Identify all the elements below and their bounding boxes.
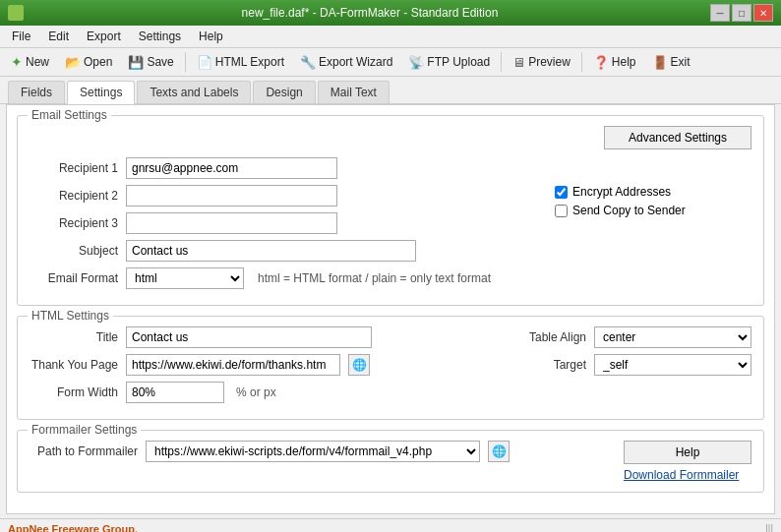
- html-title-label: Title: [30, 330, 118, 344]
- send-copy-checkbox[interactable]: [555, 205, 568, 217]
- save-button[interactable]: 💾 Save: [121, 52, 180, 73]
- target-row: Target _self _blank _top _parent: [508, 354, 751, 376]
- preview-button[interactable]: 🖥 Preview: [506, 52, 577, 73]
- recipient1-row: Recipient 1: [30, 157, 535, 179]
- tab-texts-labels[interactable]: Texts and Labels: [137, 81, 251, 103]
- target-select[interactable]: _self _blank _top _parent: [594, 354, 751, 376]
- encrypt-addresses-checkbox[interactable]: [555, 186, 568, 199]
- path-label: Path to Formmailer: [30, 444, 138, 458]
- menu-export[interactable]: Export: [79, 28, 129, 45]
- help-icon: ❓: [593, 55, 609, 70]
- subject-label: Subject: [30, 244, 118, 258]
- formmailer-settings-section: Formmailer Settings Path to Formmailer h…: [17, 430, 764, 493]
- form-width-input[interactable]: [126, 382, 224, 403]
- form-width-row: Form Width % or px: [30, 382, 488, 403]
- close-button[interactable]: ✕: [753, 4, 773, 22]
- main-content: Email Settings Advanced Settings Recipie…: [6, 104, 775, 514]
- minimize-button[interactable]: ─: [710, 4, 730, 22]
- html-export-icon: 📄: [197, 55, 212, 70]
- recipient3-input[interactable]: [126, 212, 337, 234]
- html-title-row: Title: [30, 326, 488, 348]
- tabs-bar: Fields Settings Texts and Labels Design …: [0, 77, 781, 104]
- status-text: AppNee Freeware Group.: [8, 523, 138, 533]
- encrypt-addresses-row: Encrypt Addresses: [555, 185, 751, 199]
- menu-help[interactable]: Help: [191, 28, 231, 45]
- toolbar: ✦ New 📂 Open 💾 Save 📄 HTML Export 🔧 Expo…: [0, 48, 781, 77]
- toolbar-separator-2: [501, 52, 502, 72]
- app-icon: [8, 5, 24, 21]
- menubar: File Edit Export Settings Help: [0, 26, 781, 48]
- ftp-upload-button[interactable]: 📡 FTP Upload: [401, 52, 497, 73]
- open-button[interactable]: 📂 Open: [58, 52, 119, 73]
- target-label: Target: [508, 358, 586, 372]
- formmailer-settings-title: Formmailer Settings: [28, 423, 141, 437]
- subject-row: Subject: [30, 240, 535, 262]
- send-copy-row: Send Copy to Sender: [555, 204, 751, 217]
- status-right: |||: [765, 523, 773, 532]
- title-bar: new_file.daf* - DA-FormMaker - Standard …: [0, 0, 781, 26]
- download-formmailer-link[interactable]: Download Formmailer: [624, 468, 739, 482]
- send-copy-label: Send Copy to Sender: [572, 204, 686, 217]
- thank-you-row: Thank You Page 🌐: [30, 354, 488, 376]
- path-to-formmailer-row: Path to Formmailer https://www.ekiwi-scr…: [30, 441, 614, 462]
- export-wizard-button[interactable]: 🔧 Export Wizard: [293, 52, 399, 73]
- toolbar-separator: [185, 52, 186, 72]
- formmailer-path-select[interactable]: https://www.ekiwi-scripts.de/form/v4/for…: [146, 441, 480, 462]
- html-title-input[interactable]: [126, 326, 372, 348]
- maximize-button[interactable]: □: [732, 4, 751, 22]
- menu-file[interactable]: File: [4, 28, 38, 45]
- html-settings-section: HTML Settings Title Thank You Page 🌐 For…: [17, 316, 764, 420]
- email-format-select[interactable]: html plain: [126, 267, 244, 289]
- recipient3-row: Recipient 3: [30, 212, 535, 234]
- toolbar-separator-3: [581, 52, 582, 72]
- recipient2-input[interactable]: [126, 185, 337, 207]
- formmailer-browse-button[interactable]: 🌐: [488, 441, 510, 462]
- email-settings-title: Email Settings: [28, 108, 111, 122]
- recipient1-input[interactable]: [126, 157, 337, 179]
- email-format-row: Email Format html plain html = HTML form…: [30, 267, 535, 289]
- new-icon: ✦: [11, 54, 23, 70]
- ftp-upload-icon: 📡: [408, 55, 424, 70]
- table-align-row: Table Align center left right: [508, 326, 751, 348]
- subject-input[interactable]: [126, 240, 416, 262]
- exit-button[interactable]: 🚪 Exit: [645, 52, 697, 73]
- recipient2-row: Recipient 2: [30, 185, 535, 207]
- table-align-select[interactable]: center left right: [594, 326, 751, 348]
- advanced-settings-button[interactable]: Advanced Settings: [604, 126, 751, 149]
- menu-edit[interactable]: Edit: [40, 28, 77, 45]
- html-export-button[interactable]: 📄 HTML Export: [190, 52, 291, 73]
- open-icon: 📂: [65, 55, 81, 70]
- preview-icon: 🖥: [512, 55, 525, 70]
- form-width-label: Form Width: [30, 385, 118, 399]
- formmailer-right: Help Download Formmailer: [624, 441, 751, 482]
- html-settings-title: HTML Settings: [28, 309, 113, 323]
- form-width-suffix: % or px: [236, 385, 276, 399]
- encrypt-addresses-label: Encrypt Addresses: [572, 185, 671, 199]
- export-wizard-icon: 🔧: [300, 55, 316, 70]
- thank-you-input[interactable]: [126, 354, 340, 376]
- save-icon: 💾: [128, 55, 144, 70]
- window-title: new_file.daf* - DA-FormMaker - Standard …: [30, 6, 710, 20]
- email-format-description: html = HTML format / plain = only text f…: [258, 271, 491, 285]
- help-button[interactable]: ❓ Help: [586, 52, 643, 73]
- tab-settings[interactable]: Settings: [67, 81, 135, 104]
- tab-design[interactable]: Design: [253, 81, 315, 103]
- thank-you-browse-button[interactable]: 🌐: [348, 354, 370, 376]
- tab-fields[interactable]: Fields: [8, 81, 65, 103]
- thank-you-label: Thank You Page: [30, 358, 118, 372]
- tab-mail-text[interactable]: Mail Text: [318, 81, 390, 103]
- recipient1-label: Recipient 1: [30, 161, 118, 175]
- recipient2-label: Recipient 2: [30, 189, 118, 203]
- status-bar: AppNee Freeware Group. |||: [0, 518, 781, 532]
- menu-settings[interactable]: Settings: [131, 28, 189, 45]
- recipient3-label: Recipient 3: [30, 216, 118, 230]
- formmailer-help-button[interactable]: Help: [624, 441, 751, 464]
- email-settings-section: Email Settings Advanced Settings Recipie…: [17, 115, 764, 306]
- new-button[interactable]: ✦ New: [4, 51, 56, 73]
- table-align-label: Table Align: [508, 330, 586, 344]
- exit-icon: 🚪: [652, 55, 668, 70]
- email-format-label: Email Format: [30, 271, 118, 285]
